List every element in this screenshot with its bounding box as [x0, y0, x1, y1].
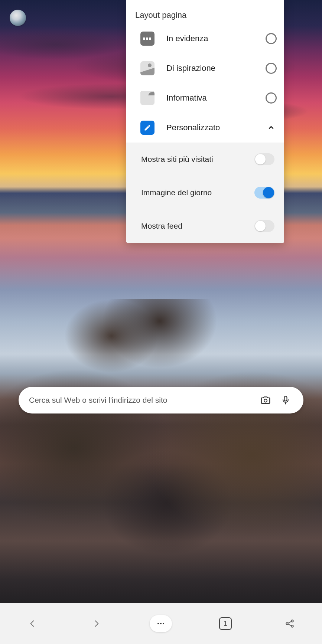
tab-count-badge: 1 [219, 617, 232, 630]
svg-point-6 [292, 620, 293, 622]
custom-options-section: Mostra siti più visitati Immagine del gi… [126, 143, 284, 243]
forward-button[interactable] [85, 612, 108, 635]
pencil-icon [140, 121, 155, 135]
svg-point-3 [160, 623, 162, 624]
svg-point-0 [264, 399, 267, 402]
layout-option-label: Informativa [166, 93, 266, 103]
layout-option-featured[interactable]: In evidenza [126, 24, 284, 53]
bottom-navigation-bar: 1 [0, 603, 322, 644]
toggle-row-show-feed: Mostra feed [126, 209, 284, 243]
layout-option-custom[interactable]: Personalizzato [126, 113, 284, 143]
menu-button[interactable] [150, 612, 172, 635]
svg-point-7 [292, 625, 293, 627]
search-input[interactable] [29, 396, 253, 405]
radio-unselected[interactable] [266, 92, 277, 104]
page-layout-popover: Layout pagina In evidenza Di ispirazione… [126, 0, 284, 243]
toggle-label: Immagine del giorno [141, 188, 254, 197]
toggle-daily-image[interactable] [254, 187, 274, 199]
toggle-row-top-sites: Mostra siti più visitati [126, 143, 284, 176]
svg-point-5 [286, 622, 288, 624]
news-layout-icon [140, 91, 155, 105]
back-button[interactable] [21, 612, 43, 635]
tabs-button[interactable]: 1 [214, 612, 237, 635]
svg-point-4 [163, 623, 164, 624]
chevron-up-icon[interactable] [266, 122, 277, 133]
tab-count: 1 [224, 620, 227, 628]
toggle-show-feed[interactable] [254, 220, 274, 232]
layout-option-informational[interactable]: Informativa [126, 83, 284, 113]
search-bar[interactable] [19, 387, 303, 413]
camera-icon[interactable] [258, 393, 273, 408]
svg-point-2 [157, 623, 159, 624]
share-button[interactable] [279, 612, 301, 635]
toggle-label: Mostra siti più visitati [141, 155, 254, 164]
featured-icon [140, 32, 155, 46]
layout-option-label: In evidenza [166, 34, 266, 43]
profile-avatar[interactable] [10, 10, 26, 26]
layout-option-label: Di ispirazione [166, 63, 266, 73]
radio-unselected[interactable] [266, 63, 277, 74]
svg-rect-1 [284, 396, 287, 401]
toggle-label: Mostra feed [141, 222, 254, 231]
microphone-icon[interactable] [278, 393, 293, 408]
radio-unselected[interactable] [266, 33, 277, 44]
wallpaper-rocks [0, 299, 322, 559]
menu-pill [150, 615, 172, 632]
layout-option-inspiration[interactable]: Di ispirazione [126, 53, 284, 83]
toggle-row-daily-image: Immagine del giorno [126, 176, 284, 209]
image-icon [140, 61, 155, 75]
toggle-top-sites[interactable] [254, 153, 274, 165]
layout-option-label: Personalizzato [166, 123, 266, 133]
popover-title: Layout pagina [126, 0, 284, 24]
